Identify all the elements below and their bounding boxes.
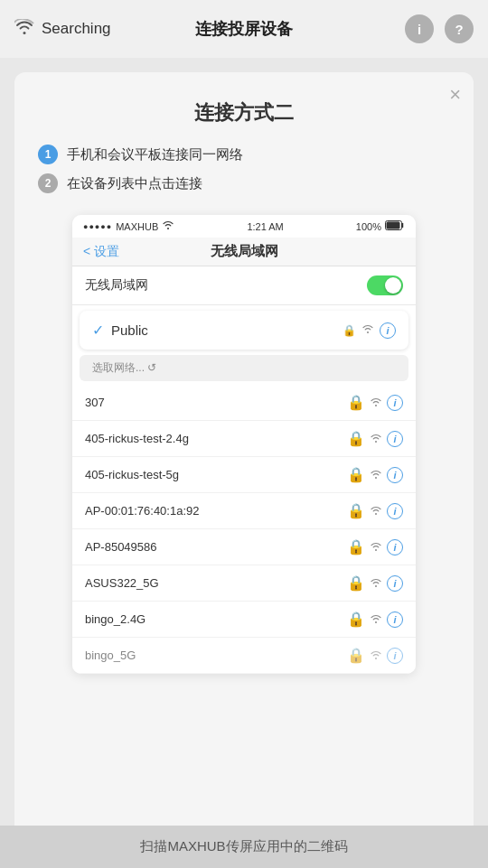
network-name: 405-rickus-test-5g <box>85 468 179 481</box>
network-info-icon[interactable]: i <box>380 322 396 339</box>
network-list: 307 🔒 i 405-rickus-test-2.4g 🔒 i 405-ric… <box>72 385 416 674</box>
phone-mockup: ●●●●● MAXHUB 1:21 AM 100% <box>72 215 416 674</box>
wifi-icon <box>370 470 382 480</box>
status-right: 100% <box>356 220 405 232</box>
list-item[interactable]: 405-rickus-test-2.4g 🔒 i <box>72 421 416 457</box>
step-2-text: 在设备列表中点击连接 <box>67 175 202 192</box>
step-2-number: 2 <box>38 173 58 193</box>
network-info-icon[interactable]: i <box>387 575 403 592</box>
network-info-icon[interactable]: i <box>387 503 403 519</box>
lock-icon: 🔒 <box>343 324 356 337</box>
nav-title: 无线局域网 <box>211 243 278 260</box>
wifi-toggle[interactable] <box>367 275 403 295</box>
wifi-icon <box>370 578 382 588</box>
lock-icon: 🔒 <box>347 538 365 555</box>
network-info-icon[interactable]: i <box>387 431 403 447</box>
help-button[interactable]: ? <box>445 14 474 43</box>
network-row-icons: 🔒 i <box>347 394 403 411</box>
carrier-name: MAXHUB <box>116 221 158 232</box>
network-name: AP-85049586 <box>85 540 157 554</box>
list-item[interactable]: ASUS322_5G 🔒 i <box>72 565 416 602</box>
network-row-icons: 🔒 i <box>347 611 403 628</box>
step-1-number: 1 <box>38 145 58 164</box>
wifi-icon <box>370 614 382 624</box>
step-1: 1 手机和会议平板连接同一网络 <box>38 145 459 164</box>
check-icon: ✓ <box>92 322 104 339</box>
network-name: AP-00:01:76:40:1a:92 <box>85 504 200 518</box>
wifi-signal-icon <box>361 323 374 337</box>
selected-network-name: Public <box>111 322 148 338</box>
network-row-icons: 🔒 i <box>347 647 403 664</box>
header-actions: i ? <box>405 14 474 43</box>
header-left: Searching <box>14 19 111 40</box>
selected-network-icons: 🔒 i <box>343 322 396 339</box>
network-row-icons: 🔒 i <box>347 538 403 555</box>
phone-status-bar: ●●●●● MAXHUB 1:21 AM 100% <box>72 215 416 238</box>
searching-text: Searching <box>42 20 111 38</box>
wifi-icon <box>370 650 382 660</box>
lock-icon: 🔒 <box>347 611 365 628</box>
svg-rect-1 <box>387 222 400 229</box>
network-row-icons: 🔒 i <box>347 430 403 447</box>
network-info-icon[interactable]: i <box>387 467 403 483</box>
network-name: ASUS322_5G <box>85 576 159 590</box>
list-item[interactable]: AP-85049586 🔒 i <box>72 529 416 565</box>
lock-icon: 🔒 <box>347 430 365 447</box>
network-info-icon[interactable]: i <box>387 648 403 664</box>
list-item[interactable]: bingo_2.4G 🔒 i <box>72 602 416 638</box>
network-search-bar[interactable]: 选取网络... ↺ <box>80 355 408 381</box>
battery-icon <box>385 220 405 232</box>
page-title: 连接投屏设备 <box>195 18 293 40</box>
wifi-status <box>162 220 174 232</box>
modal-title: 连接方式二 <box>29 99 459 126</box>
phone-nav-bar: < 设置 无线局域网 <box>72 238 416 266</box>
wifi-icon <box>370 506 382 516</box>
network-row-icons: 🔒 i <box>347 502 403 519</box>
network-row-icons: 🔒 i <box>347 466 403 483</box>
lock-icon: 🔒 <box>347 647 365 664</box>
wifi-icon <box>370 434 382 443</box>
back-button[interactable]: < 设置 <box>83 244 119 260</box>
status-left: ●●●●● MAXHUB <box>83 220 174 232</box>
lock-icon: 🔒 <box>347 574 365 592</box>
network-row-icons: 🔒 i <box>347 574 403 592</box>
list-item[interactable]: bingo_5G 🔒 i <box>72 638 416 674</box>
info-button[interactable]: i <box>405 14 434 43</box>
network-name: bingo_5G <box>85 649 136 662</box>
list-item[interactable]: AP-00:01:76:40:1a:92 🔒 i <box>72 493 416 529</box>
wifi-icon <box>370 397 382 407</box>
wifi-row-label: 无线局域网 <box>85 277 148 294</box>
network-info-icon[interactable]: i <box>387 539 403 555</box>
network-info-icon[interactable]: i <box>387 611 403 628</box>
list-item[interactable]: 307 🔒 i <box>72 385 416 421</box>
wifi-toggle-row: 无线局域网 <box>72 266 416 305</box>
network-name: 307 <box>85 396 105 409</box>
selected-network-row[interactable]: ✓ Public 🔒 i <box>80 311 408 350</box>
network-search-text: 选取网络... ↺ <box>92 360 156 376</box>
bottom-text: 扫描MAXHUB传屏应用中的二维码 <box>0 826 488 868</box>
battery-percent: 100% <box>356 221 381 232</box>
signal-dots: ●●●●● <box>83 222 112 231</box>
wifi-icon <box>14 19 34 40</box>
status-time: 1:21 AM <box>247 221 283 232</box>
lock-icon: 🔒 <box>347 394 365 411</box>
selected-network-left: ✓ Public <box>92 322 148 339</box>
header-bar: Searching 连接投屏设备 i ? <box>0 0 488 58</box>
step-1-text: 手机和会议平板连接同一网络 <box>67 146 243 163</box>
steps-list: 1 手机和会议平板连接同一网络 2 在设备列表中点击连接 <box>29 145 459 193</box>
step-2: 2 在设备列表中点击连接 <box>38 173 459 193</box>
wifi-icon <box>370 542 382 552</box>
network-name: bingo_2.4G <box>85 612 145 626</box>
lock-icon: 🔒 <box>347 466 365 483</box>
network-name: 405-rickus-test-2.4g <box>85 432 189 445</box>
lock-icon: 🔒 <box>347 502 365 519</box>
network-info-icon[interactable]: i <box>387 395 403 411</box>
modal-card: × 连接方式二 1 手机和会议平板连接同一网络 2 在设备列表中点击连接 ●●●… <box>14 72 474 849</box>
list-item[interactable]: 405-rickus-test-5g 🔒 i <box>72 457 416 493</box>
close-button[interactable]: × <box>449 85 461 105</box>
